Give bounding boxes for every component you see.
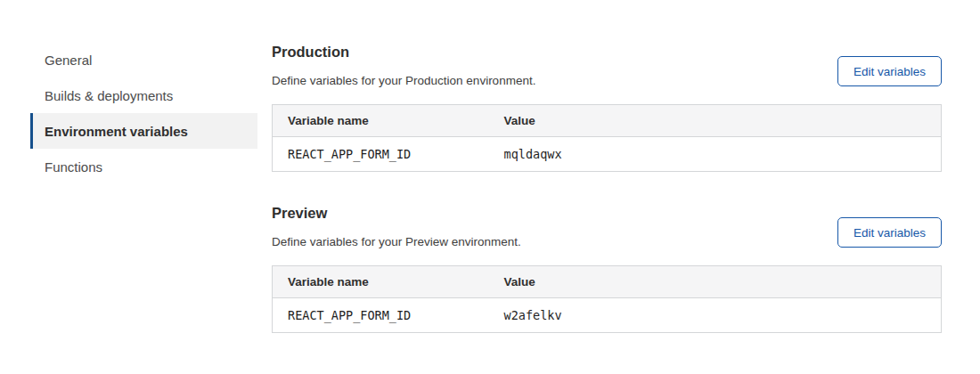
settings-sidebar: General Builds & deployments Environment… xyxy=(30,42,257,184)
variable-value-cell: mqldaqwx xyxy=(489,137,942,172)
sidebar-item-environment-variables[interactable]: Environment variables xyxy=(30,113,257,149)
preview-variables-table: Variable name Value REACT_APP_FORM_ID w2… xyxy=(272,265,942,333)
table-row: REACT_APP_FORM_ID w2afelkv xyxy=(273,298,942,333)
column-header-value: Value xyxy=(489,266,942,298)
production-variables-table: Variable name Value REACT_APP_FORM_ID mq… xyxy=(272,104,942,172)
sidebar-item-general[interactable]: General xyxy=(30,42,257,77)
edit-variables-button-preview[interactable]: Edit variables xyxy=(837,217,942,248)
variable-value-cell: w2afelkv xyxy=(489,298,942,333)
environment-variables-panel: Production Define variables for your Pro… xyxy=(272,43,942,333)
edit-variables-button-production[interactable]: Edit variables xyxy=(837,56,942,86)
variable-name-cell: REACT_APP_FORM_ID xyxy=(273,298,489,333)
sidebar-item-functions[interactable]: Functions xyxy=(30,149,257,184)
column-header-variable-name: Variable name xyxy=(273,105,489,137)
production-section: Production Define variables for your Pro… xyxy=(272,43,942,172)
table-header-row: Variable name Value xyxy=(273,105,942,137)
column-header-value: Value xyxy=(489,105,942,137)
column-header-variable-name: Variable name xyxy=(273,266,489,298)
table-row: REACT_APP_FORM_ID mqldaqwx xyxy=(273,137,942,172)
sidebar-item-builds-deployments[interactable]: Builds & deployments xyxy=(30,77,257,113)
variable-name-cell: REACT_APP_FORM_ID xyxy=(273,137,489,172)
preview-section: Preview Define variables for your Previe… xyxy=(272,204,942,333)
table-header-row: Variable name Value xyxy=(273,266,942,298)
